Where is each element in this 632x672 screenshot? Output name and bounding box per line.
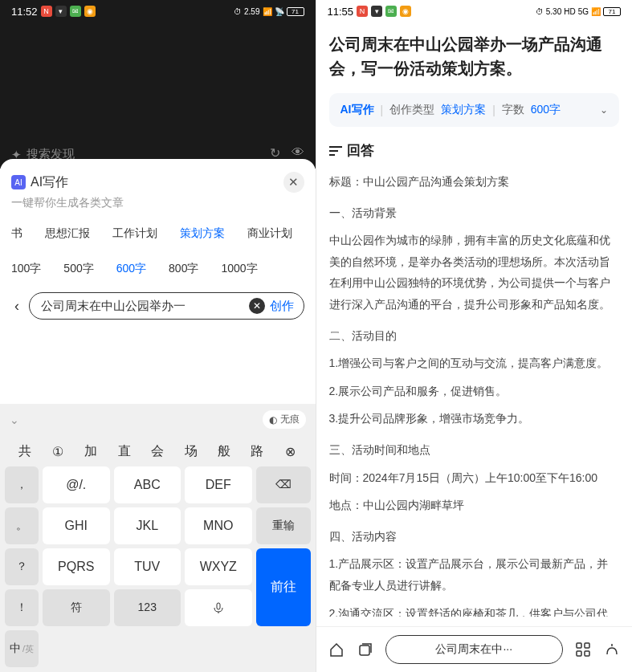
suggestion[interactable]: 路 — [241, 443, 274, 460]
tab-500[interactable]: 500字 — [52, 257, 104, 281]
weibo-icon: ◉ — [84, 6, 96, 17]
count-label: 字数 — [502, 103, 524, 117]
key-7[interactable]: PQRS — [43, 548, 110, 585]
battery-indicator: 71 — [287, 7, 304, 16]
ai-writing-label: AI写作 — [340, 103, 374, 117]
key-5[interactable]: JKL — [114, 507, 181, 544]
tab-thought-report[interactable]: 思想汇报 — [34, 222, 101, 246]
svg-rect-7 — [577, 651, 581, 656]
key-123[interactable]: 123 — [114, 589, 181, 626]
net-speed: 2.59 — [244, 7, 259, 16]
svg-rect-6 — [585, 643, 589, 648]
app-icon: N — [357, 6, 368, 17]
signal-icon: 📶 — [263, 7, 272, 16]
tab-business-plan[interactable]: 商业计划 — [236, 222, 304, 246]
suggestion[interactable]: 般 — [207, 443, 240, 460]
ai-info-card[interactable]: AI写作 | 创作类型 策划方案 | 字数 600字 ⌄ — [329, 93, 620, 127]
ai-writing-panel: AI AI写作 ✕ 一键帮你生成各类文章 书 思想汇报 工作计划 策划方案 商业… — [0, 159, 316, 329]
net-speed: 5.30 — [546, 7, 561, 16]
key-6[interactable]: MNO — [185, 507, 252, 544]
mic-icon — [210, 602, 226, 613]
clear-input-button[interactable]: ✕ — [249, 298, 265, 314]
status-bar-left: 11:52 N ▾ ✉ ◉ ⏱ 2.59 📶 📡 71 — [0, 0, 316, 22]
mask-icon: ◐ — [269, 414, 277, 426]
status-time: 11:52 — [11, 6, 38, 18]
tabs-icon[interactable] — [357, 641, 374, 658]
count-value: 600字 — [531, 103, 561, 117]
menu-icon[interactable] — [603, 641, 621, 658]
app-icon: ▾ — [371, 6, 382, 17]
key-2[interactable]: ABC — [114, 466, 181, 503]
bottom-nav: 公司周末在中··· — [316, 626, 633, 672]
svg-rect-5 — [577, 643, 581, 648]
ai-subtitle: 一键帮你生成各类文章 — [11, 196, 304, 210]
wechat-icon: ✉ — [70, 6, 81, 17]
key-exclaim[interactable]: ！ — [5, 589, 39, 626]
weibo-icon: ◉ — [400, 6, 411, 17]
chevron-down-icon[interactable]: ⌄ — [600, 104, 608, 116]
browser-dark-area: ✦ 搜索发现 ↻ 👁 — [0, 22, 316, 169]
home-icon[interactable] — [328, 641, 345, 658]
status-alarm-icon: ⏱ — [536, 7, 544, 16]
5g-icon: 5G — [578, 7, 589, 16]
key-1[interactable]: @/. — [43, 466, 110, 503]
word-count-tabs: 100字 500字 600字 800字 1000字 — [11, 257, 304, 281]
key-go[interactable]: 前往 — [256, 548, 311, 626]
back-button[interactable]: ‹ — [11, 295, 22, 318]
type-label: 创作类型 — [389, 103, 434, 117]
key-9[interactable]: WXYZ — [185, 548, 252, 585]
backspace-suggestion[interactable]: ⊗ — [274, 444, 307, 459]
prompt-input-wrap[interactable]: 公司周末在中山公园举办一 ✕ 创作 — [29, 292, 304, 320]
divider: | — [492, 104, 495, 116]
suggestion[interactable]: 会 — [141, 443, 174, 460]
app-icon: ▾ — [55, 6, 67, 17]
suggestion[interactable]: 共 — [8, 443, 41, 460]
app-icon: N — [41, 6, 52, 17]
key-backspace[interactable]: ⌫ — [256, 466, 311, 503]
keyboard-collapse-icon[interactable]: ⌄ — [10, 413, 19, 426]
tab-1000[interactable]: 1000字 — [210, 257, 268, 281]
keyboard-suggestions: 共 ① 加 直 会 场 般 路 ⊗ — [5, 437, 311, 466]
key-symbol[interactable]: 符 — [43, 589, 110, 626]
status-bar-right: 11:55 N ▾ ✉ ◉ ⏱ 5.30 HD 5G 📶 71 — [316, 0, 633, 22]
tab-100[interactable]: 100字 — [11, 257, 52, 281]
wifi-icon: 📶 — [591, 7, 601, 16]
suggestion[interactable]: ① — [41, 444, 74, 459]
status-time: 11:55 — [328, 6, 354, 18]
key-space[interactable] — [185, 589, 252, 626]
type-value: 策划方案 — [441, 103, 486, 117]
key-period[interactable]: 。 — [5, 507, 39, 544]
svg-rect-4 — [360, 646, 369, 655]
tab-600[interactable]: 600字 — [105, 257, 157, 281]
prompt-input[interactable]: 公司周末在中山公园举办一 — [41, 299, 244, 314]
suggestion[interactable]: 场 — [174, 443, 207, 460]
suggestion[interactable]: 直 — [108, 443, 141, 460]
tab-book[interactable]: 书 — [11, 222, 34, 246]
tab-work-plan[interactable]: 工作计划 — [101, 222, 169, 246]
answer-body: 标题：中山公园产品沟通会策划方案 一、活动背景 中山公园作为城市的绿肺，拥有丰富… — [329, 171, 620, 617]
page-title: 公司周末在中山公园举办一场产品沟通会，写一份活动策划方案。 — [329, 32, 620, 80]
incognito-toggle[interactable]: ◐ 无痕 — [263, 410, 306, 429]
wechat-icon: ✉ — [385, 6, 397, 17]
battery-indicator: 71 — [603, 7, 621, 16]
close-button[interactable]: ✕ — [283, 172, 304, 193]
key-question[interactable]: ？ — [5, 548, 39, 585]
key-comma[interactable]: ， — [5, 466, 39, 503]
hd-icon: HD — [564, 7, 575, 16]
status-alarm-icon: ⏱ — [234, 7, 242, 16]
key-reinput[interactable]: 重输 — [256, 507, 311, 544]
key-language[interactable]: 中 /英 — [5, 630, 39, 667]
ai-logo-icon: AI — [11, 175, 26, 189]
key-8[interactable]: TUV — [114, 548, 181, 585]
nav-search-pill[interactable]: 公司周末在中··· — [385, 635, 564, 664]
suggestion[interactable]: 加 — [75, 443, 108, 460]
create-button[interactable]: 创作 — [270, 299, 297, 314]
answer-header: 回答 — [329, 141, 620, 160]
svg-rect-8 — [585, 651, 589, 656]
key-3[interactable]: DEF — [185, 466, 252, 503]
grid-icon[interactable] — [574, 641, 592, 658]
tab-800[interactable]: 800字 — [157, 257, 210, 281]
tab-planning-scheme[interactable]: 策划方案 — [169, 222, 236, 246]
key-4[interactable]: GHI — [43, 507, 110, 544]
keyboard: ⌄ ◐ 无痕 共 ① 加 直 会 场 般 路 ⊗ ， @/. ABC DEF ⌫… — [0, 404, 316, 672]
